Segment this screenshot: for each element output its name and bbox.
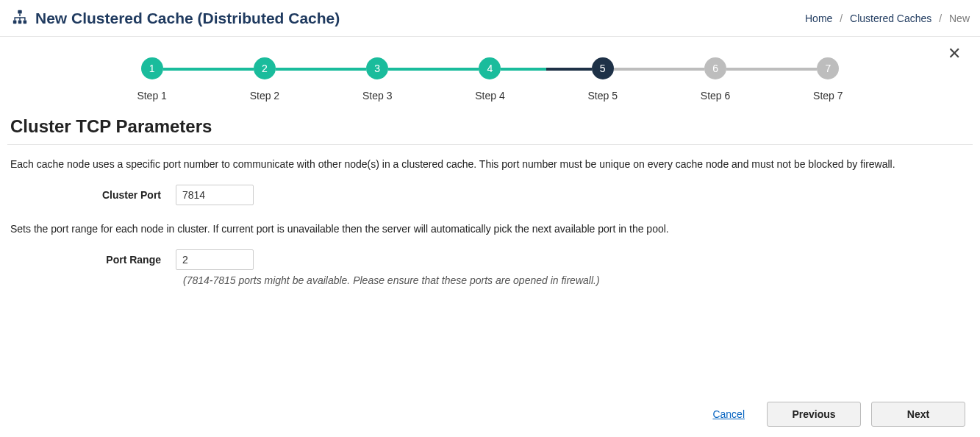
step-connector: [163, 68, 254, 71]
field-port-range: Port Range: [10, 249, 970, 270]
help-text-port-range: Sets the port range for each node in clu…: [10, 223, 970, 235]
wizard-card: ✕ 1Step 12Step 23Step 34Step 45Step 56St…: [7, 37, 973, 307]
step-3[interactable]: 3Step 3: [321, 57, 434, 102]
breadcrumb-current: New: [949, 13, 970, 24]
step-1[interactable]: 1Step 1: [96, 57, 208, 102]
step-connector: [614, 68, 704, 71]
step-circle: 7: [817, 57, 839, 79]
step-circle: 6: [704, 57, 726, 79]
breadcrumb-home[interactable]: Home: [805, 13, 832, 24]
help-text-cluster-port: Each cache node uses a specific port num…: [10, 158, 970, 170]
step-label: Step 3: [362, 90, 392, 102]
step-connector: [726, 68, 817, 71]
step-label: Step 4: [475, 90, 504, 102]
section-title: Cluster TCP Parameters: [7, 109, 973, 145]
svg-rect-3: [24, 21, 27, 24]
step-2[interactable]: 2Step 2: [208, 57, 321, 102]
step-5[interactable]: 5Step 5: [546, 57, 659, 102]
breadcrumb-sep: /: [840, 13, 843, 24]
port-range-label: Port Range: [10, 254, 176, 266]
page-header: New Clustered Cache (Distributed Cache) …: [0, 0, 980, 37]
page-title: New Clustered Cache (Distributed Cache): [35, 10, 340, 27]
port-range-input[interactable]: [176, 249, 254, 270]
cluster-port-label: Cluster Port: [10, 189, 176, 201]
breadcrumb-sep: /: [939, 13, 942, 24]
wizard-footer: Cancel Previous Next: [712, 402, 965, 427]
step-circle: 3: [366, 57, 388, 79]
step-circle: 4: [479, 57, 501, 79]
step-label: Step 2: [250, 90, 279, 102]
close-button[interactable]: ✕: [948, 46, 961, 62]
sitemap-icon: [12, 9, 28, 27]
previous-button[interactable]: Previous: [767, 402, 861, 427]
svg-rect-2: [18, 21, 22, 24]
step-label: Step 6: [701, 90, 730, 102]
step-label: Step 7: [813, 90, 843, 102]
form-body: Each cache node uses a specific port num…: [7, 145, 973, 286]
step-4[interactable]: 4Step 4: [434, 57, 546, 102]
next-button[interactable]: Next: [871, 402, 965, 427]
field-cluster-port: Cluster Port: [10, 185, 970, 205]
cancel-button[interactable]: Cancel: [712, 408, 745, 420]
svg-rect-0: [18, 10, 22, 14]
step-circle: 2: [254, 57, 276, 79]
step-circle: 1: [141, 57, 163, 79]
step-connector: [388, 68, 479, 71]
step-circle: 5: [592, 57, 614, 79]
svg-rect-1: [13, 21, 17, 24]
breadcrumb: Home / Clustered Caches / New: [805, 13, 970, 24]
cluster-port-input[interactable]: [176, 185, 254, 205]
port-range-note: (7814-7815 ports might be available. Ple…: [183, 274, 970, 286]
step-label: Step 1: [137, 90, 166, 102]
step-connector: [501, 68, 591, 71]
stepper: 1Step 12Step 23Step 34Step 45Step 56Step…: [7, 37, 973, 109]
close-icon: ✕: [948, 44, 961, 63]
step-6[interactable]: 6Step 6: [659, 57, 771, 102]
step-label: Step 5: [588, 90, 618, 102]
breadcrumb-caches[interactable]: Clustered Caches: [850, 13, 931, 24]
step-7[interactable]: 7Step 7: [772, 57, 884, 102]
step-connector: [276, 68, 366, 71]
title-wrap: New Clustered Cache (Distributed Cache): [12, 9, 340, 27]
